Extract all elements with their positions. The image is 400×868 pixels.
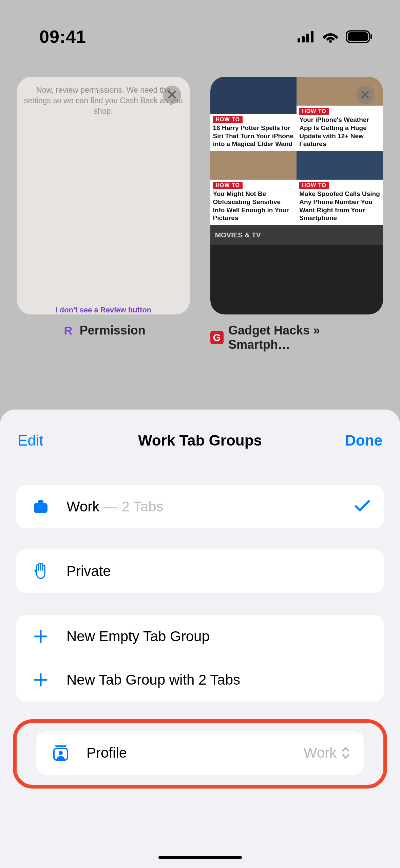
sheet-header: Edit Work Tab Groups Done bbox=[0, 432, 400, 449]
tab-title: Gadget Hacks » Smartph… bbox=[228, 323, 383, 352]
tag-howto: HOW TO bbox=[213, 116, 243, 123]
tab-card[interactable]: HOW TO16 Harry Potter Spells for Siri Th… bbox=[210, 77, 383, 352]
row-label: New Empty Tab Group bbox=[66, 628, 210, 645]
tab-card[interactable]: Now, review permissions. We need the set… bbox=[17, 77, 190, 352]
highlight-profile: Profile Work bbox=[13, 719, 387, 789]
section-header: MOVIES & TV bbox=[210, 225, 383, 245]
article-title: You Might Not Be Obfuscating Sensitive I… bbox=[210, 190, 297, 225]
profile-selector[interactable]: Profile Work bbox=[36, 731, 364, 775]
hand-icon bbox=[30, 563, 52, 580]
svg-point-11 bbox=[59, 751, 63, 755]
tab-groups-sheet: Edit Work Tab Groups Done Work — 2 Tabs … bbox=[0, 410, 400, 868]
svg-rect-8 bbox=[34, 503, 47, 513]
checkmark-icon bbox=[355, 499, 370, 514]
tab-preview-link: I don't see a Review button bbox=[17, 306, 190, 314]
favicon-rakuten: R bbox=[61, 324, 75, 337]
tab-title: Permission bbox=[80, 323, 146, 338]
tab-group-label: Work — 2 Tabs bbox=[66, 499, 164, 515]
tab-close-button[interactable] bbox=[163, 86, 181, 104]
plus-icon bbox=[30, 673, 52, 687]
up-down-chevron-icon bbox=[341, 746, 350, 760]
svg-rect-2 bbox=[306, 34, 309, 42]
new-tab-group-with-tabs[interactable]: New Tab Group with 2 Tabs bbox=[16, 658, 384, 702]
profile-value: Work bbox=[304, 745, 350, 761]
tab-title-row: G Gadget Hacks » Smartph… bbox=[210, 323, 383, 352]
status-indicators bbox=[298, 30, 373, 43]
row-label: New Tab Group with 2 Tabs bbox=[66, 672, 240, 688]
tab-group-work[interactable]: Work — 2 Tabs bbox=[16, 485, 384, 528]
article-title: Your iPhone's Weather App Is Getting a H… bbox=[297, 116, 383, 151]
group-work: Work — 2 Tabs bbox=[16, 485, 384, 528]
tag-howto: HOW TO bbox=[299, 182, 329, 189]
edit-button[interactable]: Edit bbox=[18, 432, 43, 449]
tag-howto: HOW TO bbox=[299, 108, 329, 115]
svg-rect-1 bbox=[302, 36, 305, 42]
favicon-gadgethacks: G bbox=[210, 331, 224, 344]
svg-rect-7 bbox=[370, 34, 372, 39]
profile-icon bbox=[50, 745, 72, 761]
group-private: Private bbox=[16, 549, 384, 593]
svg-rect-9 bbox=[38, 500, 43, 504]
tab-group-label: Private bbox=[66, 563, 111, 579]
tab-preview[interactable]: HOW TO16 Harry Potter Spells for Siri Th… bbox=[210, 77, 383, 314]
row-label: Profile bbox=[87, 745, 127, 761]
done-button[interactable]: Done bbox=[345, 432, 382, 449]
cellular-icon bbox=[298, 31, 315, 42]
tabs-overview: Now, review permissions. We need the set… bbox=[0, 53, 400, 352]
new-empty-tab-group[interactable]: New Empty Tab Group bbox=[16, 615, 384, 658]
svg-point-4 bbox=[329, 40, 332, 43]
tab-close-button[interactable] bbox=[356, 86, 374, 104]
tag-howto: HOW TO bbox=[213, 182, 243, 189]
close-icon bbox=[168, 90, 176, 99]
article-title: Make Spoofed Calls Using Any Phone Numbe… bbox=[297, 190, 383, 225]
tab-title-row: R Permission bbox=[61, 323, 146, 338]
sheet-title: Work Tab Groups bbox=[138, 432, 262, 449]
wifi-icon bbox=[322, 31, 339, 43]
svg-rect-6 bbox=[348, 32, 368, 41]
plus-icon bbox=[30, 629, 52, 644]
status-time: 09:41 bbox=[39, 26, 86, 47]
status-bar: 09:41 bbox=[0, 0, 400, 53]
briefcase-icon bbox=[30, 500, 52, 514]
close-icon bbox=[361, 90, 369, 99]
article-title: 16 Harry Potter Spells for Siri That Tur… bbox=[210, 124, 297, 151]
tab-group-private[interactable]: Private bbox=[16, 549, 384, 593]
home-indicator[interactable] bbox=[158, 856, 242, 859]
group-profile: Profile Work bbox=[36, 731, 364, 775]
tab-preview[interactable]: Now, review permissions. We need the set… bbox=[17, 77, 190, 314]
svg-rect-3 bbox=[311, 31, 313, 42]
group-new: New Empty Tab Group New Tab Group with 2… bbox=[16, 615, 384, 702]
battery-icon bbox=[346, 30, 373, 43]
svg-rect-0 bbox=[298, 38, 300, 42]
